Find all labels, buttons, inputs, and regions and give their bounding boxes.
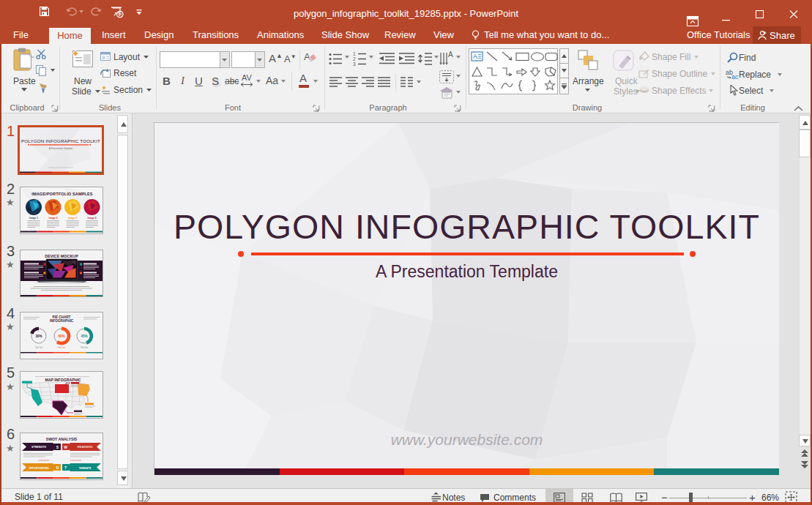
svg-text:A: A [473, 53, 477, 60]
svg-text:Image 3: Image 3 [68, 217, 77, 220]
svg-text:OPPORTUNITIES: OPPORTUNITIES [29, 467, 49, 470]
svg-text:SWOT ANALYSIS: SWOT ANALYSIS [46, 437, 78, 441]
svg-text:Title Text: Title Text [35, 346, 43, 349]
svg-text:30%: 30% [35, 334, 42, 338]
svg-text:INFOGRAPHIC: INFOGRAPHIC [50, 319, 74, 323]
svg-text:A: A [304, 51, 310, 62]
svg-text:60%: 60% [58, 334, 64, 338]
svg-text:STRENGTH: STRENGTH [31, 446, 46, 449]
svg-text:THREATS: THREATS [79, 467, 92, 470]
svg-text:O: O [56, 465, 59, 470]
svg-text:1: 1 [353, 51, 356, 56]
svg-text:Title Text: Title Text [81, 346, 89, 349]
svg-text:MAP INFOGRAPHIC: MAP INFOGRAPHIC [45, 378, 81, 382]
svg-text:3: 3 [353, 61, 356, 66]
svg-text:A Presentation Template: A Presentation Template [49, 147, 73, 150]
svg-text:www.yourwebsite.com: www.yourwebsite.com [48, 166, 73, 169]
svg-text:Image 2: Image 2 [49, 217, 58, 220]
svg-text:POLYGON INFOGRAPHIC TOOLKIT: POLYGON INFOGRAPHIC TOOLKIT [21, 138, 100, 143]
svg-text:2: 2 [353, 56, 356, 61]
svg-text:DEVICE MOCKUP: DEVICE MOCKUP [45, 254, 78, 258]
svg-text:45%: 45% [81, 334, 87, 338]
svg-text:Image 1: Image 1 [29, 217, 38, 220]
svg-text:ac: ac [731, 73, 739, 79]
svg-text:WEAKNESS: WEAKNESS [78, 446, 93, 449]
svg-text:Title Text: Title Text [58, 346, 66, 349]
svg-text:Lorem ipsum: Lorem ipsum [70, 459, 81, 462]
svg-text:IMAGE/PORTFOLIO SAMPLES: IMAGE/PORTFOLIO SAMPLES [31, 192, 93, 196]
svg-text:Image 4: Image 4 [88, 217, 97, 220]
svg-text:A: A [448, 50, 453, 59]
svg-text:W: W [64, 445, 67, 449]
svg-text:Lorem ipsum: Lorem ipsum [38, 459, 49, 462]
svg-text:T: T [64, 465, 67, 470]
